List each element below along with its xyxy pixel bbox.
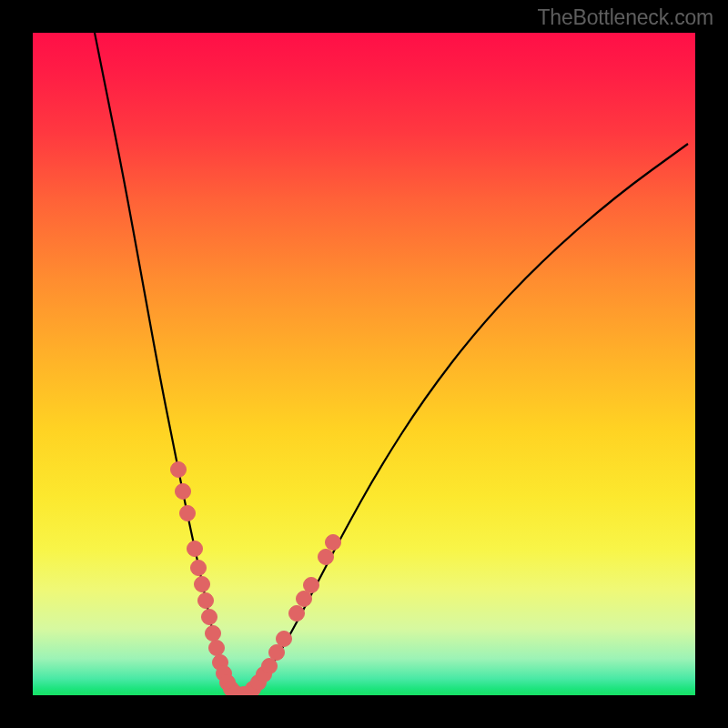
- chart-frame: TheBottleneck.com: [0, 0, 728, 728]
- watermark-text: TheBottleneck.com: [538, 5, 713, 30]
- plot-area: [33, 33, 695, 695]
